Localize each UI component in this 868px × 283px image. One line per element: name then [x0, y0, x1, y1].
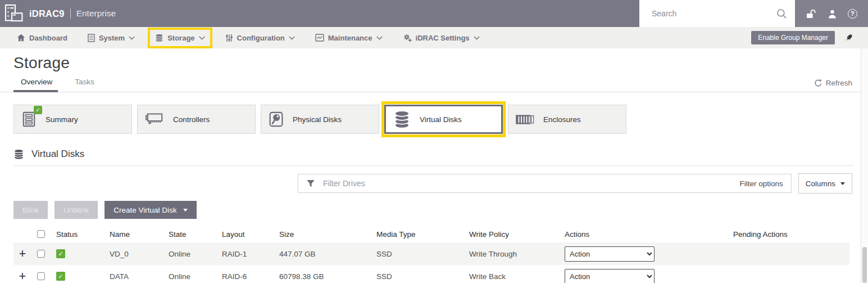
row-checkbox[interactable] — [37, 272, 45, 280]
row-expand-button[interactable]: + — [13, 248, 31, 260]
virtual-disks-icon — [393, 110, 411, 129]
main-nav: Dashboard System — [0, 27, 868, 48]
section-title: Virtual Disks — [31, 149, 84, 160]
card-controllers[interactable]: Controllers — [137, 105, 256, 134]
refresh-label: Refresh — [826, 79, 852, 87]
create-virtual-disk-label: Create Virtual Disk — [113, 206, 176, 214]
nav-label: Dashboard — [29, 34, 67, 42]
header-icon-tray — [795, 0, 868, 27]
unlock-icon[interactable] — [806, 9, 816, 19]
vertical-scrollbar[interactable] — [861, 48, 868, 283]
nav-label: iDRAC Settings — [416, 34, 470, 42]
enclosures-icon — [515, 114, 535, 125]
chevron-down-icon — [376, 36, 383, 40]
pin-icon[interactable] — [844, 33, 853, 43]
vd-media-type: SSD — [371, 272, 463, 281]
tab-overview[interactable]: Overview — [21, 78, 52, 92]
columns-dropdown[interactable]: Columns — [798, 173, 852, 194]
card-summary[interactable]: Summary — [13, 105, 132, 134]
caret-down-icon — [840, 182, 845, 185]
chevron-down-icon — [289, 36, 295, 40]
card-label: Enclosures — [543, 115, 581, 124]
brand-edition: Enterprise — [76, 8, 116, 19]
col-media-type: Media Type — [371, 230, 463, 239]
filter-options-link[interactable]: Filter options — [739, 179, 783, 188]
vd-size: 447.07 GB — [274, 250, 371, 258]
gear-icon — [403, 34, 412, 42]
col-size: Size — [274, 230, 371, 239]
tab-tasks[interactable]: Tasks — [75, 78, 94, 92]
status-ok-icon — [56, 272, 65, 281]
table-row: + VD_0 Online RAID-1 447.07 GB SSD Write… — [13, 242, 849, 265]
vd-size: 60798.38 GB — [274, 272, 371, 281]
vd-write-policy: Write Back — [463, 272, 559, 281]
nav-item-system[interactable]: System — [88, 34, 135, 42]
row-expand-button[interactable]: + — [13, 270, 31, 282]
chevron-down-icon — [199, 36, 205, 40]
chart-icon — [315, 34, 324, 42]
enable-group-manager-button[interactable]: Enable Group Manager — [751, 31, 835, 44]
card-enclosures[interactable]: Enclosures — [508, 105, 626, 134]
card-label: Virtual Disks — [420, 115, 462, 124]
row-checkbox[interactable] — [37, 250, 45, 258]
unblink-button[interactable]: Unblink — [54, 201, 98, 219]
physical-disks-icon — [268, 111, 284, 128]
help-icon[interactable] — [848, 9, 857, 19]
nav-item-configuration[interactable]: Configuration — [225, 34, 295, 42]
nav-items: Dashboard System — [17, 34, 480, 42]
filter-drives-box[interactable]: Filter options — [298, 174, 792, 193]
vd-layout: RAID-1 — [216, 250, 274, 258]
nav-item-idrac-settings[interactable]: iDRAC Settings — [403, 34, 480, 42]
col-pending-actions: Pending Actions — [728, 230, 849, 239]
sliders-icon — [225, 34, 233, 42]
vd-name: VD_0 — [104, 250, 163, 258]
vd-state: Online — [163, 250, 216, 258]
nav-item-dashboard[interactable]: Dashboard — [17, 34, 67, 42]
user-icon[interactable] — [828, 9, 837, 19]
action-select[interactable]: Action — [565, 246, 655, 262]
card-label: Summary — [46, 115, 78, 124]
chevron-down-icon — [474, 36, 480, 40]
chevron-down-icon — [129, 36, 135, 40]
global-search[interactable] — [639, 0, 795, 27]
filter-row: Filter options Columns — [13, 173, 852, 194]
card-physical-disks[interactable]: Physical Disks — [261, 105, 379, 134]
idrac-logo-icon — [4, 4, 24, 23]
system-icon — [88, 34, 95, 42]
tabs-row: Overview Tasks Refresh — [0, 73, 868, 92]
table-header-row: Status Name State Layout Size Media Type… — [13, 226, 849, 242]
refresh-button[interactable]: Refresh — [814, 79, 868, 92]
blink-button[interactable]: Blink — [13, 201, 48, 219]
section-divider — [13, 165, 853, 166]
col-name: Name — [104, 230, 163, 239]
app-header: iDRAC9 Enterprise — [0, 0, 868, 27]
select-all-checkbox[interactable] — [37, 230, 45, 238]
col-write-policy: Write Policy — [463, 230, 559, 239]
scrollbar-thumb[interactable] — [862, 247, 867, 283]
nav-label: Maintenance — [328, 34, 372, 42]
nav-item-storage[interactable]: Storage — [155, 34, 204, 42]
action-select[interactable]: Action — [565, 269, 655, 283]
status-ok-icon — [56, 249, 65, 258]
columns-label: Columns — [806, 179, 835, 188]
nav-item-maintenance[interactable]: Maintenance — [315, 34, 383, 42]
page-title: Storage — [0, 48, 868, 73]
home-icon — [17, 34, 25, 42]
card-label: Physical Disks — [293, 115, 342, 124]
card-label: Controllers — [173, 115, 210, 124]
search-icon[interactable] — [776, 8, 787, 19]
brand-group: iDRAC9 Enterprise — [0, 0, 116, 27]
filter-drives-input[interactable] — [323, 179, 731, 188]
card-virtual-disks[interactable]: Virtual Disks — [384, 105, 503, 134]
vd-write-policy: Write Through — [463, 250, 559, 258]
summary-health-ok-icon — [34, 106, 42, 114]
create-virtual-disk-button[interactable]: Create Virtual Disk — [104, 201, 196, 219]
storage-category-cards: Summary Controllers Physical Disks — [0, 92, 868, 134]
search-input[interactable] — [652, 9, 776, 18]
virtual-disks-table: Status Name State Layout Size Media Type… — [13, 226, 849, 283]
storage-icon — [155, 34, 163, 42]
brand-name: iDRAC9 — [29, 8, 65, 19]
funnel-icon — [306, 179, 315, 188]
vd-media-type: SSD — [371, 250, 463, 258]
col-status: Status — [51, 230, 104, 239]
